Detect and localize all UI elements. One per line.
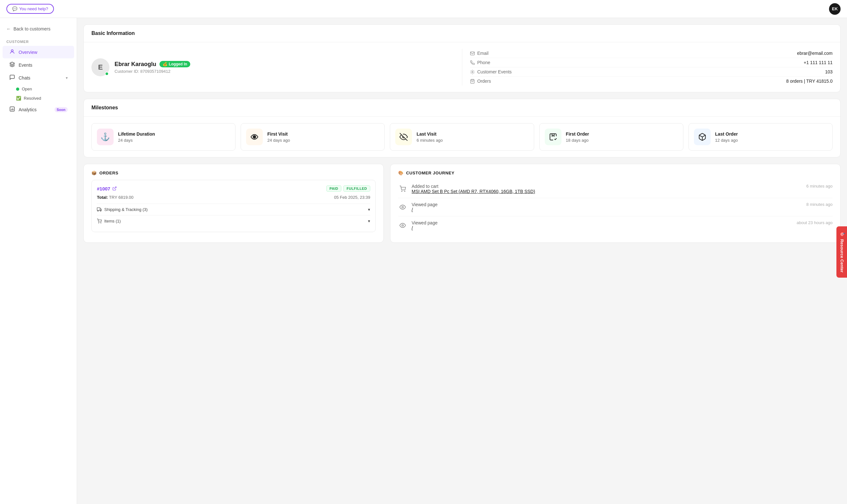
customer-info: Ebrar Karaoglu 💰 Logged In Customer ID: …	[114, 61, 190, 74]
help-icon: 💬	[12, 6, 17, 11]
basic-info-card: Basic Information E Ebrar Karaoglu	[84, 24, 841, 92]
first-visit-info: First Visit 24 days ago	[267, 131, 290, 143]
orders-label: Orders	[470, 78, 491, 84]
order-id[interactable]: #1007	[97, 186, 117, 192]
journey-icon: 🎨	[398, 170, 404, 175]
journey-action-0: Added to cart	[412, 184, 797, 189]
avatar: E	[91, 58, 109, 76]
last-visit-value: 6 minutes ago	[417, 138, 443, 143]
topbar: 💬 You need help? EK	[0, 0, 847, 18]
milestone-first-order: First Order 18 days ago	[539, 123, 683, 151]
resolved-check-icon: ✅	[16, 96, 21, 101]
phone-label: Phone	[470, 60, 490, 65]
customer-journey-card: 🎨 CUSTOMER JOURNEY Added to cart MSI AMD…	[390, 164, 841, 243]
first-visit-value: 24 days ago	[267, 138, 290, 143]
main-content: Basic Information E Ebrar Karaoglu	[77, 18, 847, 504]
items-row[interactable]: Items (1) ▾	[97, 215, 370, 227]
email-value: ebrar@email.com	[797, 51, 833, 56]
chat-icon	[9, 74, 15, 81]
resource-center-label: Resource Center	[840, 239, 844, 272]
journey-body: 🎨 CUSTOMER JOURNEY Added to cart MSI AMD…	[390, 164, 840, 241]
phone-row: Phone +1 111 111 11	[470, 58, 833, 67]
svg-line-9	[114, 187, 116, 189]
order-badges: PAID FULFILLED	[326, 185, 370, 192]
last-order-info: Last Order 12 days ago	[715, 131, 738, 143]
svg-rect-2	[470, 52, 475, 55]
resource-center-icon: 🎯	[840, 232, 844, 237]
sidebar-item-analytics[interactable]: Analytics Soon	[3, 103, 74, 116]
journey-item-1: Viewed page / 8 minutes ago	[398, 198, 833, 216]
order-header: #1007 PAID FULFILLED	[97, 185, 370, 192]
customer-id: Customer ID: 8709357109412	[114, 69, 190, 74]
shipping-label: Shipping & Tracking (3)	[104, 207, 147, 212]
shipping-row[interactable]: Shipping & Tracking (3) ▾	[97, 203, 370, 215]
phone-value: +1 111 111 11	[804, 60, 833, 65]
orders-icon: 📦	[91, 170, 97, 175]
journey-detail-1[interactable]: /	[412, 207, 797, 212]
eye-icon-1	[398, 203, 407, 212]
chats-chevron-icon: ▾	[66, 76, 68, 80]
help-button-label: You need help?	[19, 6, 48, 11]
sidebar-item-overview[interactable]: Overview	[3, 46, 74, 58]
svg-point-19	[402, 225, 404, 226]
analytics-icon	[9, 106, 15, 113]
resolved-label: Resolved	[24, 96, 41, 101]
svg-point-13	[100, 210, 101, 211]
events-label: Events	[19, 62, 68, 68]
soon-badge: Soon	[55, 107, 68, 112]
overview-label: Overview	[19, 50, 68, 55]
user-avatar[interactable]: EK	[829, 3, 841, 15]
resource-center[interactable]: 🎯 Resource Center	[836, 226, 847, 278]
last-visit-info: Last Visit 6 minutes ago	[417, 131, 443, 143]
journey-content-0: Added to cart MSI AMD Set B Pc Set (AMD …	[412, 184, 797, 194]
customer-details: Email ebrar@email.com Phone +1 111 111 1…	[470, 49, 833, 86]
back-to-customers-link[interactable]: ← Back to customers	[0, 23, 77, 35]
items-chevron: ▾	[368, 219, 370, 223]
basic-info-header: Basic Information	[84, 25, 840, 42]
svg-rect-10	[97, 208, 100, 210]
help-button[interactable]: 💬 You need help?	[6, 4, 54, 14]
svg-point-16	[402, 191, 402, 192]
events-icon	[9, 61, 15, 68]
sidebar-sub-item-open[interactable]: Open	[0, 84, 77, 94]
vertical-divider	[462, 49, 462, 86]
fulfilled-badge: FULFILLED	[343, 185, 370, 192]
journey-detail-0[interactable]: MSI AMD Set B Pc Set (AMD R7, RTX4060, 1…	[412, 189, 797, 194]
orders-title: 📦 ORDERS	[91, 170, 376, 175]
sidebar-item-chats[interactable]: Chats ▾	[3, 72, 74, 84]
first-order-value: 18 days ago	[566, 138, 589, 143]
milestones-title: Milestones	[91, 105, 118, 110]
bottom-grid: 📦 ORDERS #1007 PAID FULFILLED	[84, 164, 841, 249]
milestone-last-order: Last Order 12 days ago	[689, 123, 833, 151]
journey-item-2: Viewed page / about 23 hours ago	[398, 216, 833, 234]
journey-time-1: 8 minutes ago	[806, 202, 833, 207]
orders-value: 8 orders | TRY 41815.0	[786, 78, 833, 84]
chats-label: Chats	[19, 75, 63, 80]
order-item: #1007 PAID FULFILLED Total: TRY 6	[91, 180, 376, 232]
sidebar-item-events[interactable]: Events	[3, 59, 74, 71]
svg-point-12	[98, 210, 99, 211]
first-visit-label: First Visit	[267, 131, 290, 137]
order-meta: Total: TRY 6819.00 05 Feb 2025, 23:39	[97, 195, 370, 200]
journey-detail-2[interactable]: /	[412, 226, 787, 231]
svg-point-17	[405, 191, 405, 192]
person-icon	[9, 49, 15, 55]
eye-icon-2	[398, 221, 407, 230]
main-layout: ← Back to customers CUSTOMER Overview Ev…	[0, 18, 847, 504]
svg-point-14	[99, 223, 99, 223]
events-row: Customer Events 103	[470, 67, 833, 77]
svg-marker-11	[100, 209, 101, 210]
open-label: Open	[22, 87, 32, 91]
online-dot	[105, 72, 109, 76]
sidebar-sub-item-resolved[interactable]: ✅ Resolved	[0, 94, 77, 103]
last-order-icon	[694, 129, 711, 145]
paid-badge: PAID	[326, 185, 341, 192]
milestones-body: ⚓ Lifetime Duration 24 days First Visit …	[84, 117, 840, 157]
svg-point-0	[11, 50, 13, 52]
last-visit-label: Last Visit	[417, 131, 443, 137]
items-label: Items (1)	[104, 219, 121, 223]
first-order-label: First Order	[566, 131, 589, 137]
customer-name: Ebrar Karaoglu 💰 Logged In	[114, 61, 190, 68]
journey-action-1: Viewed page	[412, 202, 797, 207]
anchor-icon: ⚓	[97, 129, 113, 145]
